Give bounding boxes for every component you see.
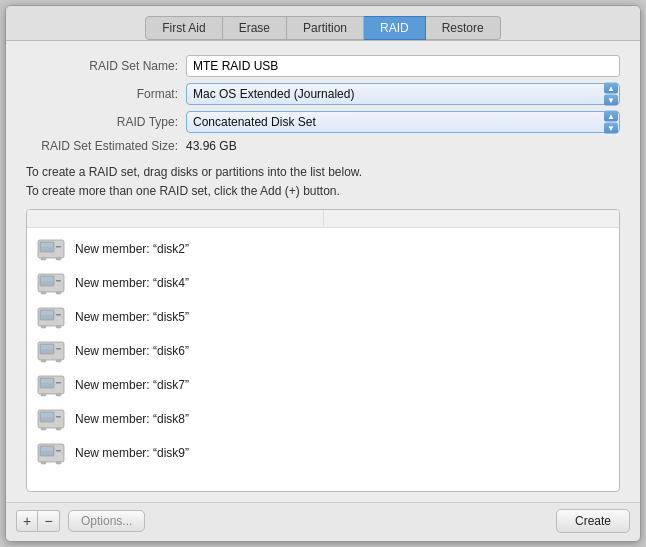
tab-raid[interactable]: RAID [364,16,426,40]
instruction-line2: To create more than one RAID set, click … [26,182,620,201]
format-select-wrapper: Mac OS Extended (Journaled) Mac OS Exten… [186,83,620,105]
raid-item-label: New member: “disk7” [75,378,189,392]
tab-first-aid[interactable]: First Aid [145,16,222,40]
raid-set-name-input[interactable] [186,55,620,77]
svg-rect-3 [56,246,61,248]
instruction-line1: To create a RAID set, drag disks or part… [26,163,620,182]
svg-rect-32 [41,413,53,417]
disk-utility-window: First Aid Erase Partition RAID Restore R… [5,5,641,542]
raid-set-name-row: RAID Set Name: [26,55,620,77]
svg-rect-2 [41,243,53,247]
svg-rect-26 [41,379,53,383]
disk-icon [35,439,67,467]
format-select[interactable]: Mac OS Extended (Journaled) Mac OS Exten… [186,83,620,105]
svg-rect-22 [41,360,46,362]
bottom-left-controls: + − Options... [16,510,145,532]
raid-list-item[interactable]: New member: “disk5” [27,300,619,334]
disk-icon [35,405,67,433]
raid-item-label: New member: “disk2” [75,242,189,256]
raid-list-item[interactable]: New member: “disk6” [27,334,619,368]
format-label: Format: [26,87,186,101]
svg-rect-16 [41,326,46,328]
svg-rect-4 [41,258,46,260]
raid-list-header-col2 [324,210,620,227]
raid-list-container: New member: “disk2” New member: “disk4” [26,209,620,492]
svg-rect-21 [56,348,61,350]
svg-rect-23 [56,360,61,362]
disk-icon [35,303,67,331]
raid-list-item[interactable]: New member: “disk2” [27,232,619,266]
tab-restore[interactable]: Restore [426,16,501,40]
svg-rect-29 [56,394,61,396]
raid-item-label: New member: “disk6” [75,344,189,358]
format-row: Format: Mac OS Extended (Journaled) Mac … [26,83,620,105]
svg-rect-20 [41,345,53,349]
svg-rect-40 [41,462,46,464]
tab-erase[interactable]: Erase [223,16,287,40]
svg-rect-27 [56,382,61,384]
svg-rect-17 [56,326,61,328]
content-area: RAID Set Name: Format: Mac OS Extended (… [6,41,640,502]
svg-rect-39 [56,450,61,452]
svg-rect-41 [56,462,61,464]
svg-rect-28 [41,394,46,396]
disk-icon [35,235,67,263]
tab-bar: First Aid Erase Partition RAID Restore [6,6,640,41]
svg-rect-5 [56,258,61,260]
svg-rect-35 [56,428,61,430]
svg-rect-8 [41,277,53,281]
tab-partition[interactable]: Partition [287,16,364,40]
bottom-bar: + − Options... Create [6,502,640,541]
svg-rect-11 [56,292,61,294]
disk-icon [35,337,67,365]
disk-icon [35,269,67,297]
raid-set-name-label: RAID Set Name: [26,59,186,73]
svg-rect-15 [56,314,61,316]
raid-item-label: New member: “disk9” [75,446,189,460]
raid-list-item[interactable]: New member: “disk7” [27,368,619,402]
raid-list-item[interactable]: New member: “disk8” [27,402,619,436]
disk-icon [35,371,67,399]
raid-item-label: New member: “disk8” [75,412,189,426]
remove-member-button[interactable]: − [38,510,60,532]
svg-rect-33 [56,416,61,418]
svg-rect-10 [41,292,46,294]
raid-type-label: RAID Type: [26,115,186,129]
svg-rect-9 [56,280,61,282]
raid-type-select-wrapper: Concatenated Disk Set RAID 0 RAID 1 RAID… [186,111,620,133]
raid-item-label: New member: “disk5” [75,310,189,324]
add-member-button[interactable]: + [16,510,38,532]
raid-list-header-col1 [27,210,324,227]
estimated-size-value: 43.96 GB [186,139,237,153]
raid-list-item[interactable]: New member: “disk4” [27,266,619,300]
raid-type-row: RAID Type: Concatenated Disk Set RAID 0 … [26,111,620,133]
svg-rect-34 [41,428,46,430]
svg-rect-14 [41,311,53,315]
raid-list-header [27,210,619,228]
instructions: To create a RAID set, drag disks or part… [26,163,620,201]
estimated-size-row: RAID Set Estimated Size: 43.96 GB [26,139,620,153]
raid-type-select[interactable]: Concatenated Disk Set RAID 0 RAID 1 RAID… [186,111,620,133]
svg-rect-38 [41,447,53,451]
estimated-size-label: RAID Set Estimated Size: [26,139,186,153]
raid-item-label: New member: “disk4” [75,276,189,290]
options-button[interactable]: Options... [68,510,145,532]
raid-items: New member: “disk2” New member: “disk4” [27,228,619,491]
create-button[interactable]: Create [556,509,630,533]
raid-list-item[interactable]: New member: “disk9” [27,436,619,470]
